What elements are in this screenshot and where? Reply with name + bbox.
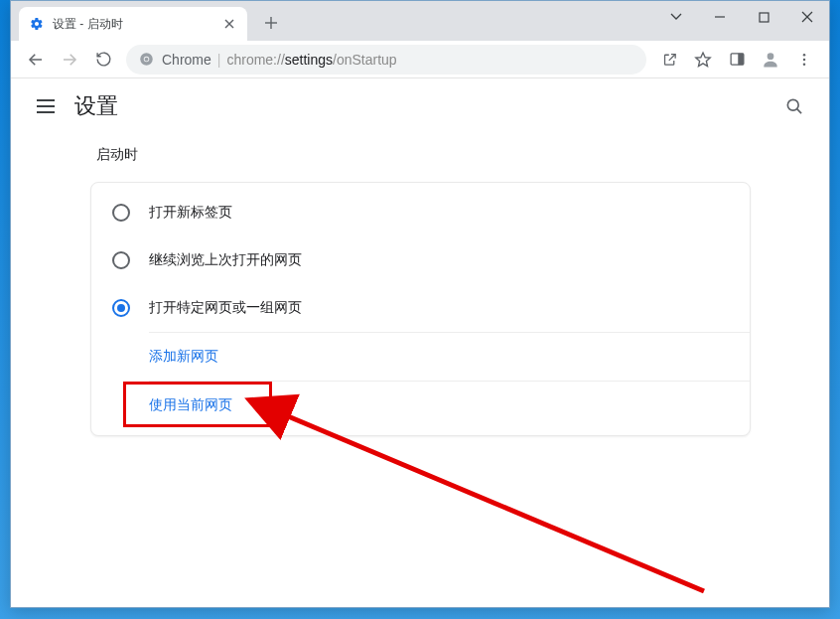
svg-line-25	[797, 109, 801, 113]
page-title: 设置	[74, 91, 118, 121]
address-bar[interactable]: Chrome | chrome://settings/onStartup	[126, 45, 646, 75]
gear-icon	[29, 16, 45, 32]
link-label: 添加新网页	[149, 348, 218, 366]
svg-point-29	[117, 304, 125, 312]
reload-button[interactable]	[86, 45, 120, 75]
add-new-page-link[interactable]: 添加新网页	[91, 333, 750, 381]
startup-section: 启动时 打开新标签页 继续浏览上次打开的网页	[90, 146, 751, 436]
url-scheme: Chrome	[162, 52, 211, 68]
window-close-button[interactable]	[785, 2, 829, 32]
share-button[interactable]	[652, 45, 686, 75]
minimize-button[interactable]	[698, 2, 742, 32]
option-label: 打开新标签页	[149, 204, 232, 222]
url-separator: |	[217, 52, 221, 68]
new-tab-button[interactable]	[257, 9, 285, 37]
option-label: 打开特定网页或一组网页	[149, 299, 302, 317]
svg-rect-5	[760, 13, 769, 22]
settings-page: 启动时 打开新标签页 继续浏览上次打开的网页	[11, 134, 829, 448]
close-icon[interactable]	[221, 16, 237, 32]
radio-icon	[111, 250, 131, 270]
svg-point-27	[113, 252, 129, 268]
link-label: 使用当前网页	[149, 396, 232, 414]
svg-point-19	[803, 58, 806, 61]
svg-point-26	[113, 205, 129, 221]
maximize-button[interactable]	[742, 2, 785, 32]
browser-toolbar: Chrome | chrome://settings/onStartup	[11, 41, 829, 78]
forward-button[interactable]	[53, 45, 86, 75]
hamburger-button[interactable]	[31, 91, 61, 121]
url-path: chrome://settings/onStartup	[226, 52, 396, 68]
svg-marker-13	[696, 53, 710, 67]
page-content: 设置 启动时 打开新标签页	[11, 78, 829, 607]
back-button[interactable]	[19, 45, 53, 75]
radio-icon	[111, 203, 131, 223]
side-panel-button[interactable]	[720, 45, 754, 75]
svg-point-17	[768, 53, 774, 60]
desktop: 设置 - 启动时	[0, 0, 840, 619]
search-button[interactable]	[779, 91, 809, 121]
option-specific-pages[interactable]: 打开特定网页或一组网页	[91, 284, 750, 332]
chrome-window: 设置 - 启动时	[10, 0, 830, 608]
startup-card: 打开新标签页 继续浏览上次打开的网页 打开特定网	[90, 182, 751, 436]
window-controls	[654, 1, 829, 33]
option-new-tab[interactable]: 打开新标签页	[91, 189, 750, 236]
use-current-pages-link[interactable]: 使用当前网页	[91, 382, 750, 429]
svg-point-24	[787, 99, 798, 110]
tab-title: 设置 - 启动时	[53, 16, 221, 33]
svg-point-12	[144, 58, 148, 62]
svg-point-20	[803, 63, 806, 66]
bookmark-button[interactable]	[686, 45, 720, 75]
browser-tab[interactable]: 设置 - 启动时	[19, 7, 247, 41]
tab-search-button[interactable]	[654, 2, 698, 32]
settings-appbar: 设置	[11, 78, 829, 134]
option-continue[interactable]: 继续浏览上次打开的网页	[91, 236, 750, 284]
chrome-icon	[138, 52, 154, 68]
titlebar: 设置 - 启动时	[11, 1, 829, 41]
radio-icon-selected	[111, 298, 131, 318]
section-title: 启动时	[96, 146, 751, 164]
profile-button[interactable]	[754, 45, 787, 75]
more-button[interactable]	[787, 45, 821, 75]
svg-point-18	[803, 54, 806, 57]
svg-rect-16	[738, 54, 743, 65]
option-label: 继续浏览上次打开的网页	[149, 251, 302, 269]
